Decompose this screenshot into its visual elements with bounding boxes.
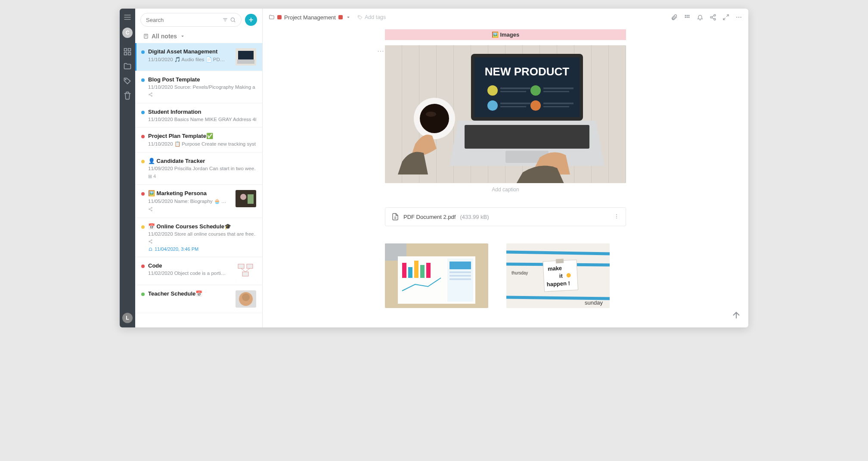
image-grid: thursdaysundaymakeithappen ! xyxy=(385,243,626,308)
note-item[interactable]: 🖼️ Marketing Persona11/05/2020 Name: Bio… xyxy=(135,185,262,218)
svg-point-61 xyxy=(736,17,737,18)
svg-rect-3 xyxy=(124,49,127,51)
pdf-filename: PDF Document 2.pdf xyxy=(403,214,456,220)
svg-line-57 xyxy=(712,16,714,17)
note-color-dot xyxy=(141,78,145,82)
svg-line-38 xyxy=(150,242,152,243)
note-color-dot xyxy=(141,50,145,54)
note-list[interactable]: Digital Asset Management11/10/2020 🎵 Aud… xyxy=(135,43,262,327)
svg-rect-75 xyxy=(500,87,530,89)
svg-line-58 xyxy=(712,18,714,19)
svg-point-62 xyxy=(738,17,739,18)
svg-point-72 xyxy=(487,100,498,111)
search-icon[interactable] xyxy=(230,17,236,23)
note-snippet: 11/02/2020 Store all online courses that… xyxy=(148,231,256,237)
svg-text:happen !: happen ! xyxy=(546,280,570,288)
apps-icon[interactable] xyxy=(684,14,691,21)
images-heading: 🖼️ Images xyxy=(385,29,626,40)
bell-icon[interactable] xyxy=(697,14,704,21)
image-caption-placeholder[interactable]: Add caption xyxy=(385,187,626,193)
note-thumbnail xyxy=(236,190,256,207)
note-color-dot xyxy=(141,225,145,229)
note-item[interactable]: 👤 Candidate Tracker11/09/2020 Priscilla … xyxy=(135,153,262,185)
note-body: 📅 Online Courses Schedule🎓11/02/2020 Sto… xyxy=(148,223,256,252)
breadcrumb[interactable]: Project Management xyxy=(269,14,351,21)
menu-icon[interactable] xyxy=(123,13,132,22)
more-icon[interactable] xyxy=(735,14,742,21)
svg-point-56 xyxy=(714,19,716,20)
svg-rect-77 xyxy=(500,103,530,104)
secondary-avatar[interactable]: L xyxy=(122,313,133,323)
note-item[interactable]: 📅 Online Courses Schedule🎓11/02/2020 Sto… xyxy=(135,218,262,257)
trash-icon[interactable] xyxy=(123,91,132,100)
search-input[interactable] xyxy=(146,17,220,23)
pdf-more-icon[interactable] xyxy=(614,213,620,221)
chevron-down-icon[interactable] xyxy=(345,14,351,20)
svg-rect-6 xyxy=(128,53,131,55)
note-snippet: 11/10/2020 Source: Pexels/Picography Mak… xyxy=(148,84,256,90)
svg-rect-102 xyxy=(450,262,471,269)
svg-rect-96 xyxy=(402,263,406,278)
svg-point-71 xyxy=(487,85,498,96)
svg-line-107 xyxy=(506,252,610,254)
note-content[interactable]: 🖼️ Images ⋯ xyxy=(263,26,748,327)
add-tags-label: Add tags xyxy=(365,14,386,20)
notes-section-header[interactable]: All notes xyxy=(135,31,262,43)
file-icon xyxy=(391,213,399,221)
hero-image[interactable]: NEW PRODUCT xyxy=(385,45,626,183)
tag-icon[interactable] xyxy=(123,77,132,85)
note-title: Teacher Schedule📅 xyxy=(148,290,233,297)
search-box[interactable] xyxy=(140,13,242,27)
main-header: Project Management Add tags xyxy=(263,9,748,26)
svg-line-109 xyxy=(506,297,610,299)
note-item[interactable]: Digital Asset Management11/10/2020 🎵 Aud… xyxy=(135,43,262,71)
folder-icon[interactable] xyxy=(123,62,132,71)
note-snippet: 11/10/2020 🎵 Audio files 📄 PD… xyxy=(148,56,233,62)
svg-text:thursday: thursday xyxy=(512,271,528,275)
hero-image-block[interactable]: ⋯ NEW PRODUCT xyxy=(385,45,626,193)
grid-icon[interactable] xyxy=(123,47,132,56)
svg-rect-80 xyxy=(543,91,569,92)
svg-rect-19 xyxy=(238,51,254,59)
header-actions xyxy=(671,14,742,21)
svg-point-73 xyxy=(530,85,541,96)
expand-icon[interactable] xyxy=(722,14,729,21)
svg-point-90 xyxy=(616,214,617,215)
note-item[interactable]: Code11/02/2020 Object code is a porti… xyxy=(135,257,262,285)
filter-icon[interactable] xyxy=(222,17,228,23)
note-color-dot xyxy=(141,293,145,296)
add-tags-button[interactable]: Add tags xyxy=(357,14,386,20)
svg-rect-76 xyxy=(500,91,526,92)
note-item[interactable]: Teacher Schedule📅 xyxy=(135,285,262,313)
note-body: Student Information11/10/2020 Basics Nam… xyxy=(148,109,256,122)
note-sub-row xyxy=(148,207,233,212)
note-item[interactable]: Student Information11/10/2020 Basics Nam… xyxy=(135,103,262,128)
scroll-top-button[interactable] xyxy=(731,310,741,321)
svg-point-46 xyxy=(242,293,250,301)
sub-count-icon: ⊞ 4 xyxy=(148,174,156,179)
user-avatar[interactable]: C xyxy=(122,28,133,38)
svg-text:make: make xyxy=(548,265,562,272)
breadcrumb-folder: Project Management xyxy=(284,14,336,21)
note-title: 👤 Candidate Tracker xyxy=(148,158,256,164)
note-sub-row: ⊞ 4 xyxy=(148,174,256,179)
note-title: Project Plan Template✅ xyxy=(148,133,256,139)
add-note-button[interactable] xyxy=(245,14,257,26)
note-item[interactable]: Blog Post Template11/10/2020 Source: Pex… xyxy=(135,71,262,103)
svg-point-54 xyxy=(714,14,716,16)
folder-color-chip xyxy=(277,15,282,19)
stack-icon xyxy=(143,33,149,39)
note-snippet: 11/09/2020 Priscilla Jordan Can start in… xyxy=(148,166,256,171)
svg-text:NEW PRODUCT: NEW PRODUCT xyxy=(485,65,570,78)
svg-rect-82 xyxy=(543,106,569,107)
attachment-icon[interactable] xyxy=(671,14,678,21)
note-item[interactable]: Project Plan Template✅11/10/2020 📋 Purpo… xyxy=(135,128,262,153)
svg-rect-97 xyxy=(408,267,412,278)
pdf-attachment[interactable]: PDF Document 2.pdf (433.99 kB) xyxy=(385,207,626,226)
drag-handle-icon[interactable]: ⋯ xyxy=(377,47,384,55)
grid-image-2[interactable]: thursdaysundaymakeithappen ! xyxy=(506,243,610,308)
svg-line-29 xyxy=(150,208,152,209)
note-title: Student Information xyxy=(148,109,256,115)
grid-image-1[interactable] xyxy=(385,243,488,308)
share-icon[interactable] xyxy=(710,14,716,21)
